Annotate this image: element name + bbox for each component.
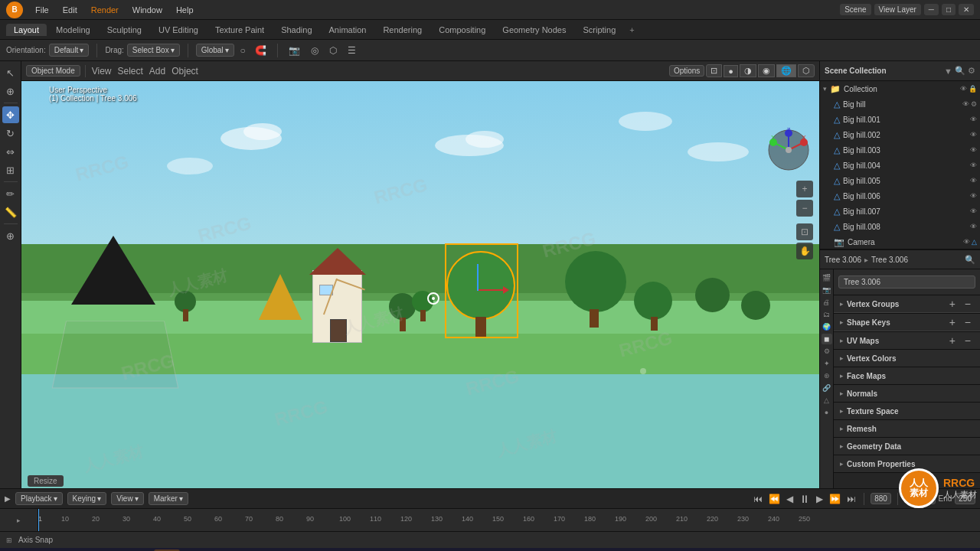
geometry-data-header[interactable]: ▸ Geometry Data [834,438,980,455]
outliner-filter-btn[interactable]: ▼ [944,66,952,76]
props-scene-btn[interactable]: 🎬 [822,272,832,283]
end-frame-input[interactable]: 250 [955,493,975,504]
overlay-btn[interactable]: ⬡ [326,44,340,57]
add-obj-btn[interactable]: ⊕ [2,227,19,244]
stop-btn[interactable]: ⏸ [798,491,812,507]
big-hill-004-eye[interactable]: 👁 [970,161,977,169]
props-world-btn[interactable]: 🌍 [822,321,832,332]
camera-eye[interactable]: 👁 [963,238,970,246]
viewport-view-menu[interactable]: View [90,64,113,78]
menu-render[interactable]: Render [85,4,125,16]
props-material-btn[interactable]: ● [822,407,832,418]
tab-layout[interactable]: Layout [6,24,47,36]
current-frame-display[interactable]: 880 [871,493,891,504]
outliner-big-hill-003[interactable]: △ Big hill.003 👁 [820,142,980,158]
texture-space-header[interactable]: ▸ Texture Space [834,403,980,419]
uv-maps-header[interactable]: ▸ UV Maps + − [834,332,980,349]
outliner-big-hill[interactable]: △ Big hill 👁 ⚙ [820,96,980,112]
measure-tool-btn[interactable]: 📏 [2,204,19,220]
big-hill-005-eye[interactable]: 👁 [970,177,977,184]
overlay-toggle-btn[interactable]: ⬡ [798,64,815,77]
sk-add-btn[interactable]: + [946,316,959,328]
tab-geometry-nodes[interactable]: Geometry Nodes [495,24,573,36]
rendered-active-btn[interactable]: 🌐 [776,64,796,77]
vertex-groups-header[interactable]: ▸ Vertex Groups + − [834,295,980,312]
outliner-big-hill-002[interactable]: △ Big hill.002 👁 [820,127,980,142]
jump-start-btn[interactable]: ⏮ [752,492,764,506]
navigation-gizmo[interactable]: X Y Z [766,127,812,173]
outliner-big-hill-007[interactable]: △ Big hill.007 👁 [820,204,980,219]
props-render-btn[interactable]: 📷 [822,285,832,295]
pan-btn[interactable]: ✋ [796,243,813,259]
timeline-track[interactable]: 1 10 20 30 40 50 60 70 80 90 100 110 120… [38,509,980,531]
menu-window[interactable]: Window [126,4,168,16]
vertex-colors-header[interactable]: ▸ Vertex Colors [834,350,980,367]
resize-handle[interactable]: Resize [28,475,64,487]
zoom-out-btn[interactable]: − [796,200,813,217]
big-hill-001-eye[interactable]: 👁 [970,116,977,123]
uv-remove-btn[interactable]: − [962,334,974,347]
transform-tool-btn[interactable]: ⊞ [2,161,19,178]
sk-remove-btn[interactable]: − [962,316,974,328]
object-mode-dropdown[interactable]: Object Mode [26,65,80,77]
collection-eye[interactable]: 👁 [960,85,967,93]
tab-compositing[interactable]: Compositing [431,24,493,36]
tab-shading[interactable]: Shading [273,24,319,36]
scene-btn[interactable]: Scene [840,4,871,15]
options-btn[interactable]: Options [669,65,704,77]
material-btn[interactable]: ◑ [740,64,756,77]
start-frame-input[interactable]: 1 [923,493,936,504]
zoom-fit-btn[interactable]: ⊡ [796,223,813,240]
move-tool-btn[interactable]: ✥ [2,106,19,123]
outliner-big-hill-004[interactable]: △ Big hill.004 👁 [820,158,980,173]
remesh-header[interactable]: ▸ Remesh [834,420,980,437]
orientation-dropdown[interactable]: Default ▾ [49,44,90,57]
scale-tool-btn[interactable]: ⇔ [2,143,19,160]
tab-animation[interactable]: Animation [322,24,374,36]
viewport-select-menu[interactable]: Select [116,64,145,78]
rotate-tool-btn[interactable]: ↻ [2,125,19,142]
jump-end-btn[interactable]: ⏭ [845,492,858,506]
viewport-add-menu[interactable]: Add [148,64,167,78]
cursor-tool-btn[interactable]: ⊕ [2,83,19,99]
tab-scripting[interactable]: Scripting [575,24,623,36]
maximize-btn[interactable]: □ [942,4,956,15]
play-btn[interactable]: ▶ [815,492,825,506]
viewport-object-menu[interactable]: Object [170,64,200,78]
global-dropdown[interactable]: Global ▾ [196,44,234,57]
menu-file[interactable]: File [29,4,55,16]
props-constraints-btn[interactable]: 🔗 [822,383,832,393]
props-output-btn[interactable]: 🖨 [822,297,832,308]
step-forward-btn[interactable]: ⏩ [828,492,842,506]
props-view-layer-btn[interactable]: 🗂 [822,309,832,320]
outliner-big-hill-008[interactable]: △ Big hill.008 👁 [820,219,980,234]
viewport-shading-btn[interactable]: ◎ [308,44,322,57]
select-tool-btn[interactable]: ↖ [2,64,19,81]
camera-view-btn[interactable]: 📷 [286,44,303,57]
menu-help[interactable]: Help [170,4,200,16]
props-object-data-btn[interactable]: △ [822,395,832,406]
zoom-in-btn[interactable]: + [796,181,813,197]
outliner-settings-btn[interactable]: ⚙ [968,66,975,76]
outliner-search-btn[interactable]: 🔍 [955,66,965,76]
vg-remove-btn[interactable]: − [962,298,974,310]
props-modifier-btn[interactable]: ⚙ [822,346,832,357]
outliner-big-hill-001[interactable]: △ Big hill.001 👁 [820,112,980,127]
props-search-btn[interactable]: 🔍 [965,255,975,265]
select-box-dropdown[interactable]: Select Box ▾ [127,44,180,57]
render-btn[interactable]: ◉ [758,64,775,77]
view-dropdown[interactable]: View▾ [111,492,144,505]
big-hill-003-eye[interactable]: 👁 [970,146,977,154]
big-hill-002-eye[interactable]: 👁 [970,131,977,139]
add-workspace-tab[interactable]: + [625,24,639,36]
tab-uv-editing[interactable]: UV Editing [151,24,206,36]
tab-texture-paint[interactable]: Texture Paint [207,24,272,36]
object-name-input[interactable] [838,276,975,289]
big-hill-eye[interactable]: 👁 [962,100,969,108]
uv-add-btn[interactable]: + [946,334,959,347]
step-back-btn[interactable]: ⏪ [767,492,782,506]
outliner-big-hill-005[interactable]: △ Big hill.005 👁 [820,173,980,188]
big-hill-settings[interactable]: ⚙ [971,100,977,108]
marker-dropdown[interactable]: Marker▾ [149,492,188,505]
collection-lock[interactable]: 🔒 [969,85,977,93]
